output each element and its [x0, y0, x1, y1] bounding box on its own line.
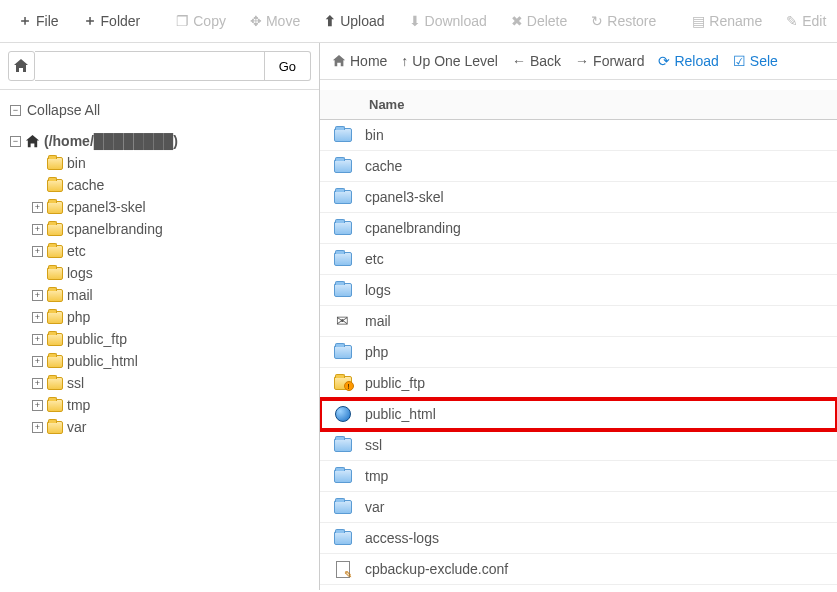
- collapse-all-button[interactable]: − Collapse All: [10, 102, 309, 118]
- edit-label: Edit: [802, 13, 826, 29]
- expand-icon[interactable]: +: [32, 378, 43, 389]
- tree-item-logs[interactable]: logs: [32, 262, 309, 284]
- nav-reload[interactable]: ⟳Reload: [658, 53, 718, 69]
- restore-icon: ↻: [591, 13, 603, 29]
- file-row-cache[interactable]: cache: [320, 151, 837, 182]
- expand-icon[interactable]: +: [32, 422, 43, 433]
- tree-item-etc[interactable]: +etc: [32, 240, 309, 262]
- upload-label: Upload: [340, 13, 384, 29]
- folder-icon: [47, 245, 63, 258]
- expand-icon[interactable]: +: [32, 334, 43, 345]
- file-name: public_ftp: [365, 372, 837, 394]
- file-name: tmp: [365, 465, 837, 487]
- file-row-cpanel3-skel[interactable]: cpanel3-skel: [320, 182, 837, 213]
- tree-item-var[interactable]: +var: [32, 416, 309, 438]
- expand-icon[interactable]: +: [32, 202, 43, 213]
- nav-forward[interactable]: →Forward: [575, 53, 644, 69]
- file-row-mail[interactable]: ✉mail: [320, 306, 837, 337]
- file-row-public_html[interactable]: public_html: [320, 399, 837, 430]
- nav-select[interactable]: ☑Sele: [733, 53, 778, 69]
- tree-item-public_ftp[interactable]: +public_ftp: [32, 328, 309, 350]
- tree-root[interactable]: − (/home/████████): [10, 130, 309, 152]
- file-row-public_ftp[interactable]: !public_ftp: [320, 368, 837, 399]
- tree-item-ssl[interactable]: +ssl: [32, 372, 309, 394]
- file-button[interactable]: ＋File: [8, 6, 69, 36]
- home-icon: [332, 54, 346, 68]
- document-icon: [336, 561, 350, 578]
- download-icon: ⬇: [409, 13, 421, 29]
- file-row-access-logs[interactable]: access-logs: [320, 523, 837, 554]
- tree-item-cache[interactable]: cache: [32, 174, 309, 196]
- forward-icon: →: [575, 53, 589, 69]
- globe-icon: [335, 406, 351, 422]
- file-row-cpanelbranding[interactable]: cpanelbranding: [320, 213, 837, 244]
- move-label: Move: [266, 13, 300, 29]
- folder-icon: [334, 252, 352, 266]
- home-icon: [13, 58, 29, 74]
- file-row-ssl[interactable]: ssl: [320, 430, 837, 461]
- tree-item-cpanel3-skel[interactable]: +cpanel3-skel: [32, 196, 309, 218]
- file-name: ssl: [365, 434, 837, 456]
- collapse-all-label: Collapse All: [27, 102, 100, 118]
- table-header: Name: [320, 90, 837, 120]
- file-name: cpbackup-exclude.conf: [365, 558, 837, 580]
- tree-item-label: cache: [67, 177, 104, 193]
- folder-icon: [47, 311, 63, 324]
- tree-item-public_html[interactable]: +public_html: [32, 350, 309, 372]
- nav-back[interactable]: ←Back: [512, 53, 561, 69]
- collapse-icon: −: [10, 105, 21, 116]
- restore-label: Restore: [607, 13, 656, 29]
- file-row-php[interactable]: php: [320, 337, 837, 368]
- folder-icon: [47, 289, 63, 302]
- breadcrumb-bar: Go: [0, 43, 319, 90]
- toggle-icon[interactable]: −: [10, 136, 21, 147]
- delete-icon: ✖: [511, 13, 523, 29]
- folder-icon: [47, 157, 63, 170]
- download-label: Download: [425, 13, 487, 29]
- file-name: public_html: [365, 403, 837, 425]
- file-panel: Name bincachecpanel3-skelcpanelbrandinge…: [320, 90, 837, 590]
- column-name[interactable]: Name: [365, 90, 837, 119]
- expand-icon[interactable]: +: [32, 312, 43, 323]
- expand-icon[interactable]: +: [32, 290, 43, 301]
- file-row-bin[interactable]: bin: [320, 120, 837, 151]
- tree-item-label: cpanelbranding: [67, 221, 163, 237]
- tree-panel: − Collapse All − (/home/████████) bincac…: [0, 90, 320, 590]
- file-row-var[interactable]: var: [320, 492, 837, 523]
- expand-icon[interactable]: +: [32, 356, 43, 367]
- tree-item-label: tmp: [67, 397, 90, 413]
- file-row-cpbackup-exclude.conf[interactable]: cpbackup-exclude.conf: [320, 554, 837, 585]
- tree-item-cpanelbranding[interactable]: +cpanelbranding: [32, 218, 309, 240]
- nav-up[interactable]: ↑Up One Level: [401, 53, 498, 69]
- edit-button: ✎Edit: [776, 7, 836, 35]
- folder-button[interactable]: ＋Folder: [73, 6, 151, 36]
- folder-icon: [334, 128, 352, 142]
- expand-icon[interactable]: +: [32, 224, 43, 235]
- expand-icon[interactable]: +: [32, 246, 43, 257]
- file-name: mail: [365, 310, 837, 332]
- upload-button[interactable]: ⬆Upload: [314, 7, 394, 35]
- path-input[interactable]: [35, 51, 265, 81]
- copy-label: Copy: [193, 13, 226, 29]
- nav-reload-label: Reload: [674, 53, 718, 69]
- folder-icon: [47, 399, 63, 412]
- tree-item-label: php: [67, 309, 90, 325]
- expand-icon[interactable]: +: [32, 400, 43, 411]
- file-name: etc: [365, 248, 837, 270]
- nav-home[interactable]: Home: [332, 53, 387, 69]
- file-row-logs[interactable]: logs: [320, 275, 837, 306]
- tree-item-bin[interactable]: bin: [32, 152, 309, 174]
- file-row-etc[interactable]: etc: [320, 244, 837, 275]
- delete-label: Delete: [527, 13, 567, 29]
- tree-item-mail[interactable]: +mail: [32, 284, 309, 306]
- folder-icon: [47, 201, 63, 214]
- edit-icon: ✎: [786, 13, 798, 29]
- go-button[interactable]: Go: [265, 51, 311, 81]
- tree-item-php[interactable]: +php: [32, 306, 309, 328]
- tree-item-tmp[interactable]: +tmp: [32, 394, 309, 416]
- file-row-tmp[interactable]: tmp: [320, 461, 837, 492]
- file-row-www[interactable]: www: [320, 585, 837, 590]
- folder-icon: [334, 500, 352, 514]
- main-toolbar: ＋File ＋Folder ❐Copy ✥Move ⬆Upload ⬇Downl…: [0, 0, 837, 43]
- home-icon-button[interactable]: [8, 51, 35, 81]
